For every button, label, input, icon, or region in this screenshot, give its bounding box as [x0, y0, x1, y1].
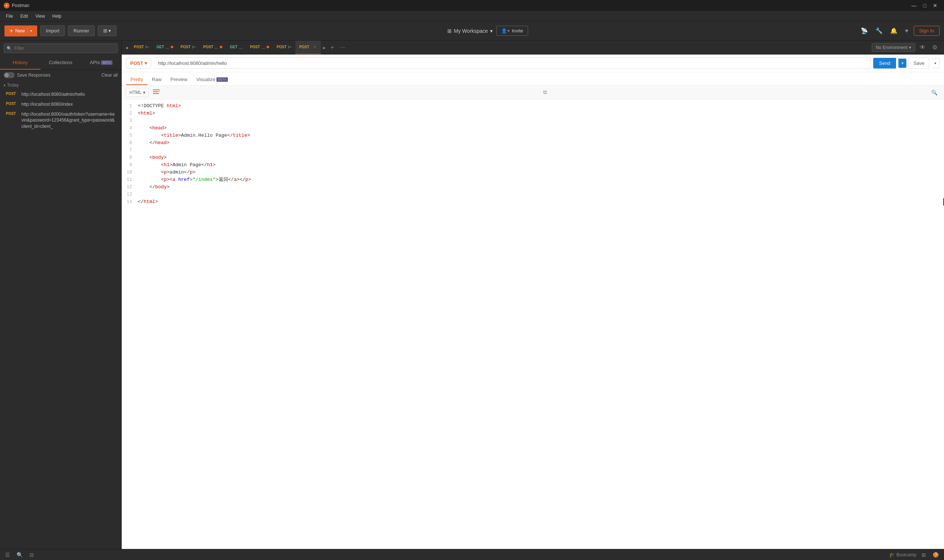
resp-tab-pretty[interactable]: Pretty — [126, 74, 148, 85]
tab-method-label: POST — [276, 45, 287, 49]
menu-edit[interactable]: Edit — [17, 12, 31, 20]
invite-label: Invite — [512, 28, 523, 34]
sidebar-tab-collections[interactable]: Collections — [40, 56, 81, 70]
save-responses-toggle[interactable] — [4, 72, 15, 78]
menu-view[interactable]: View — [32, 12, 48, 20]
tabs-prev-button[interactable]: ◂ — [123, 43, 130, 52]
invite-button[interactable]: 👤+ Invite — [496, 26, 528, 36]
layout-split-button[interactable]: ⊞ — [920, 551, 927, 558]
code-line-12: 12 </body> — [122, 183, 944, 191]
sidebar-tab-apis[interactable]: APIs BETA — [81, 56, 121, 70]
tab-item-6[interactable]: POST ... — [246, 40, 273, 54]
tab-method-label: POST — [299, 45, 309, 49]
maximize-button[interactable]: □ — [921, 2, 929, 9]
window-controls: — □ ✕ — [909, 2, 940, 9]
tab-close-button[interactable]: ✕ — [312, 45, 317, 49]
svg-rect-4 — [153, 93, 159, 94]
code-line-2: 2 <html> — [122, 110, 944, 117]
title-bar: P Postman — □ ✕ — [0, 0, 944, 11]
send-dropdown-button[interactable]: ▾ — [898, 58, 906, 68]
sidebar-filter-area: 🔍 — [0, 40, 121, 56]
format-selector[interactable]: HTML ▾ — [126, 88, 149, 97]
history-section: ▾ Today POST http://localhost:8080/admin… — [0, 80, 121, 549]
sidebar-toggle-button[interactable]: ☰ — [4, 551, 11, 558]
menu-file[interactable]: File — [3, 12, 16, 20]
layout-status-button[interactable]: ⊟ — [28, 551, 35, 558]
sidebar-controls: Save Responses Clear all — [0, 70, 121, 80]
history-item[interactable]: POST http://localhost:8080/admin/hello — [4, 90, 118, 99]
new-button[interactable]: + New ▾ — [5, 25, 37, 37]
resp-tab-visualize[interactable]: Visualize BETA — [192, 74, 232, 85]
workspace-button[interactable]: ⊞ My Workspace ▾ — [447, 28, 493, 34]
tab-label: ... — [214, 45, 218, 50]
save-dropdown-button[interactable]: ▾ — [932, 58, 939, 68]
tab-item-4[interactable]: POST ... — [199, 40, 226, 54]
history-url: http://localhost:8080/index — [22, 101, 72, 108]
search-status-button[interactable]: 🔍 — [15, 551, 24, 558]
more-tabs-button[interactable]: ··· — [337, 43, 348, 52]
method-selector[interactable]: POST ▾ — [126, 58, 151, 69]
runner-button[interactable]: Runner — [68, 25, 95, 36]
tab-item-3[interactable]: POST ⊢ — [177, 40, 199, 54]
minimize-button[interactable]: — — [909, 2, 920, 9]
visualize-beta-badge: BETA — [216, 77, 228, 82]
response-controls: HTML ▾ ⧉ 🔍 — [122, 86, 944, 100]
wrench-icon-button[interactable]: 🔧 — [873, 26, 885, 36]
history-method-badge: POST — [6, 112, 19, 116]
tab-method-label: POST — [203, 45, 213, 49]
resp-tab-preview[interactable]: Preview — [166, 74, 192, 85]
tabs-next-button[interactable]: ▸ — [321, 43, 328, 52]
tab-label: ⊢ — [288, 45, 292, 50]
status-bar-right: 🎓 Bootcamp ⊞ 🍪 — [889, 551, 940, 558]
sidebar-tab-history[interactable]: History — [0, 56, 40, 70]
tab-item-8[interactable]: POST ✕ — [295, 40, 321, 54]
code-line-10: 10 <p>admin</p> — [122, 169, 944, 176]
history-item[interactable]: POST http://localhost:8080/index — [4, 100, 118, 109]
request-bar: POST ▾ Send ▾ Save ▾ — [122, 54, 944, 72]
cookie-button[interactable]: 🍪 — [931, 551, 940, 558]
tab-label: ... — [239, 45, 243, 50]
filter-search-icon: 🔍 — [7, 46, 12, 51]
clear-all-button[interactable]: Clear all — [102, 72, 118, 78]
env-eye-button[interactable]: 👁 — [918, 43, 928, 52]
sign-in-button[interactable]: Sign In — [914, 26, 939, 36]
search-response-button[interactable]: 🔍 — [929, 88, 939, 97]
tab-item-1[interactable]: POST ⊢ — [130, 40, 153, 54]
resp-tab-raw[interactable]: Raw — [148, 74, 166, 85]
layout-icon: ⊞ ▾ — [103, 28, 111, 34]
import-button[interactable]: Import — [40, 25, 65, 36]
tab-item-7[interactable]: POST ⊢ — [273, 40, 295, 54]
env-gear-button[interactable]: ⚙ — [930, 42, 939, 52]
tab-label: ⊢ — [145, 45, 149, 50]
title-bar-left: P Postman — [4, 3, 29, 8]
env-selector[interactable]: No Environment ▾ — [872, 43, 915, 52]
history-item[interactable]: POST http://localhost:8000/oauth/token?u… — [4, 110, 118, 131]
heart-icon-button[interactable]: ♥ — [903, 26, 911, 36]
save-responses-toggle-wrap: Save Responses — [4, 72, 51, 78]
layout-button[interactable]: ⊞ ▾ — [98, 25, 117, 36]
url-input[interactable] — [153, 57, 871, 69]
code-line-14: 14 </html> — [122, 198, 944, 206]
tab-method-label: POST — [250, 45, 260, 49]
menu-help[interactable]: Help — [49, 12, 65, 20]
add-tab-button[interactable]: + — [328, 43, 337, 52]
toolbar: + New ▾ Import Runner ⊞ ▾ ⊞ My Workspace… — [0, 22, 944, 40]
bell-icon-button[interactable]: 🔔 — [888, 26, 900, 36]
save-button[interactable]: Save — [909, 57, 929, 69]
satellite-icon-button[interactable]: 📡 — [858, 26, 870, 36]
filter-input[interactable] — [4, 43, 118, 53]
history-group-label: ▾ Today — [4, 83, 118, 88]
send-button[interactable]: Send — [873, 58, 896, 69]
app-logo: P — [4, 3, 9, 8]
new-dropdown-icon: ▾ — [28, 29, 32, 33]
tab-unsaved-dot — [267, 46, 269, 48]
workspace-grid-icon: ⊞ — [447, 28, 452, 34]
copy-response-button[interactable]: ⧉ — [541, 88, 549, 97]
tab-item-5[interactable]: GET ... — [226, 40, 246, 54]
tab-label: ... — [165, 45, 169, 50]
env-selector-area: No Environment ▾ 👁 ⚙ — [869, 42, 942, 52]
close-button[interactable]: ✕ — [930, 2, 940, 9]
wrap-button[interactable] — [151, 88, 161, 97]
tab-unsaved-dot — [171, 46, 173, 48]
tab-item-2[interactable]: GET ... — [153, 40, 177, 54]
